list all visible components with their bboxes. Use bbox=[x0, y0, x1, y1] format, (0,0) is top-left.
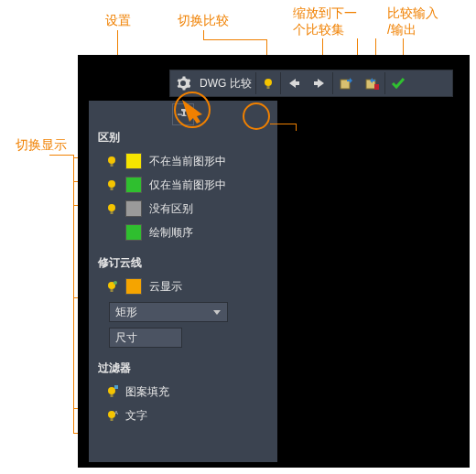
toggle-cloud-display[interactable] bbox=[105, 280, 118, 293]
toggle-only-in-current[interactable] bbox=[105, 178, 118, 191]
toggle-no-diff[interactable] bbox=[105, 202, 118, 215]
highlight-circle-pin bbox=[243, 102, 270, 130]
svg-point-0 bbox=[265, 79, 272, 86]
row-cloud-display: 云显示 bbox=[89, 275, 277, 298]
compare-toolbar: DWG 比较 bbox=[169, 70, 453, 97]
svg-rect-13 bbox=[111, 289, 114, 292]
toggle-compare-button[interactable] bbox=[256, 70, 280, 96]
svg-point-8 bbox=[108, 180, 115, 188]
row-draw-order: 绘制顺序 bbox=[89, 221, 277, 244]
label-draw-order: 绘制顺序 bbox=[149, 225, 193, 241]
label-filter-hatch: 图案填充 bbox=[125, 384, 169, 400]
cloud-size-value: 尺寸 bbox=[115, 330, 137, 346]
svg-rect-16 bbox=[111, 394, 114, 397]
label-not-in-current: 不在当前图形中 bbox=[149, 154, 226, 169]
check-icon bbox=[391, 76, 406, 91]
row-filter-text: A 文字 bbox=[89, 404, 277, 427]
svg-point-6 bbox=[108, 156, 115, 164]
bulb-icon bbox=[105, 202, 118, 215]
app-window: DWG 比较 区别 不在当前图 bbox=[78, 55, 470, 468]
svg-rect-11 bbox=[111, 211, 114, 214]
cloud-size-input[interactable]: 尺寸 bbox=[109, 328, 182, 348]
compare-export-button[interactable] bbox=[359, 70, 384, 96]
section-filter-title: 过滤器 bbox=[89, 348, 277, 380]
svg-rect-9 bbox=[111, 188, 114, 190]
next-diff-button[interactable] bbox=[307, 70, 332, 96]
row-only-in-current: 仅在当前图形中 bbox=[89, 173, 277, 197]
svg-point-15 bbox=[108, 387, 115, 394]
svg-rect-1 bbox=[266, 86, 269, 89]
toolbar-title: DWG 比较 bbox=[196, 76, 255, 92]
cloud-shape-select[interactable]: 矩形 bbox=[109, 302, 228, 322]
svg-point-10 bbox=[108, 204, 115, 211]
svg-rect-19 bbox=[111, 418, 114, 421]
callout-toggle-compare: 切换比较 bbox=[178, 13, 229, 29]
swatch-not-in-current[interactable] bbox=[125, 153, 142, 169]
svg-rect-7 bbox=[111, 164, 114, 167]
row-not-in-current: 不在当前图形中 bbox=[89, 149, 277, 173]
chevron-down-icon bbox=[212, 307, 222, 317]
settings-panel: 区别 不在当前图形中 仅在当前图形中 没有区别 绘制顺序 修订云线 云显示 bbox=[89, 101, 277, 462]
toggle-not-in-current[interactable] bbox=[105, 155, 118, 167]
confirm-button[interactable] bbox=[385, 70, 411, 96]
callout-toggle-display: 切换显示 bbox=[16, 137, 67, 154]
swatch-only-in-current[interactable] bbox=[125, 177, 142, 193]
row-filter-hatch: 图案填充 bbox=[89, 380, 277, 404]
callout-zoom-next: 缩放到下一 个比较集 bbox=[293, 5, 357, 38]
row-no-diff: 没有区别 bbox=[89, 197, 277, 221]
swatch-draw-order[interactable] bbox=[125, 224, 142, 241]
big-arrow-icon bbox=[178, 96, 206, 124]
prev-diff-button[interactable] bbox=[281, 70, 307, 96]
bulb-icon bbox=[105, 155, 118, 167]
callout-compare-io: 比较输入 /输出 bbox=[387, 5, 438, 38]
bulb-cloud-icon bbox=[105, 280, 118, 293]
swatch-no-diff[interactable] bbox=[125, 200, 142, 217]
cloud-shape-value: 矩形 bbox=[115, 305, 137, 320]
svg-rect-4 bbox=[374, 84, 379, 90]
import-icon bbox=[339, 76, 353, 91]
label-no-diff: 没有区别 bbox=[149, 201, 193, 217]
toggle-filter-hatch[interactable] bbox=[105, 385, 118, 398]
svg-point-14 bbox=[114, 281, 117, 285]
label-filter-text: 文字 bbox=[125, 408, 147, 424]
callout-settings: 设置 bbox=[105, 13, 131, 29]
swatch-cloud-display[interactable] bbox=[125, 278, 142, 295]
export-icon bbox=[364, 76, 379, 91]
svg-text:A: A bbox=[114, 410, 118, 415]
label-cloud-display: 云显示 bbox=[149, 279, 182, 295]
bulb-icon bbox=[262, 77, 275, 90]
bulb-text-icon: A bbox=[105, 409, 118, 422]
toggle-filter-text[interactable]: A bbox=[105, 409, 118, 422]
arrow-left-icon bbox=[287, 77, 301, 90]
gear-icon bbox=[176, 76, 190, 91]
bulb-icon bbox=[105, 178, 118, 191]
svg-rect-17 bbox=[114, 385, 118, 389]
bulb-hatch-icon bbox=[105, 385, 118, 398]
arrow-right-icon bbox=[312, 77, 327, 90]
section-revcloud-title: 修订云线 bbox=[89, 244, 277, 275]
label-only-in-current: 仅在当前图形中 bbox=[149, 178, 226, 193]
compare-import-button[interactable] bbox=[333, 70, 359, 96]
